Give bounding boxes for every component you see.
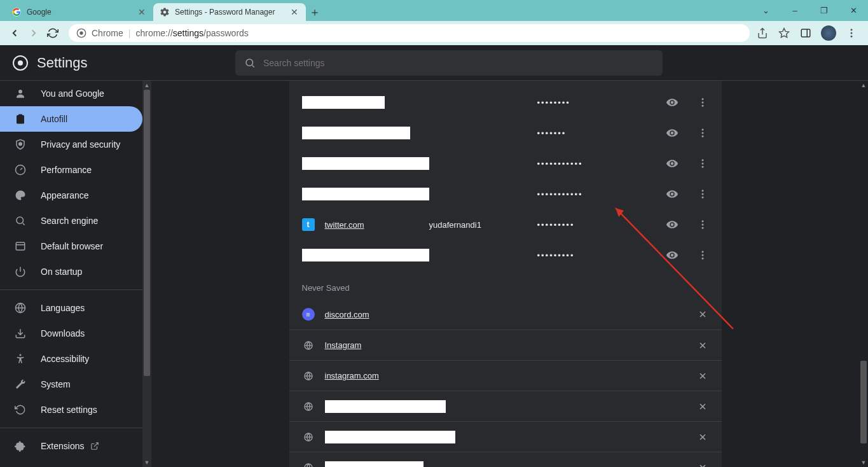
close-tab-icon[interactable]: ✕ (137, 7, 147, 17)
sidebar-item-on-startup[interactable]: On startup (0, 259, 142, 284)
svg-point-38 (701, 224, 703, 226)
search-settings-input[interactable] (263, 58, 654, 68)
remove-button[interactable] (696, 461, 709, 468)
sidebar-item-reset-settings[interactable]: Reset settings (0, 397, 142, 422)
reload-button[interactable] (43, 24, 62, 43)
tab-settings[interactable]: Settings - Password Manager ✕ (153, 3, 306, 21)
titlebar: Google ✕ Settings - Password Manager ✕ ＋… (0, 0, 868, 21)
show-password-button[interactable] (666, 127, 679, 139)
share-icon[interactable] (756, 27, 769, 39)
scroll-thumb[interactable] (860, 361, 867, 443)
sidebar-item-appearance[interactable]: Appearance (0, 183, 142, 208)
show-password-button[interactable] (666, 249, 679, 261)
svg-point-39 (701, 227, 703, 229)
scroll-down-icon[interactable]: ▼ (142, 458, 151, 467)
maximize-button[interactable]: ❐ (809, 0, 839, 21)
sidebar-item-system[interactable]: System (0, 372, 142, 397)
sidebar-item-search-engine[interactable]: Search engine (0, 208, 142, 234)
svg-point-2 (79, 31, 83, 34)
password-dots: ••••••• (537, 129, 652, 138)
svg-point-36 (701, 197, 703, 199)
svg-point-30 (701, 136, 703, 137)
scroll-thumb[interactable] (144, 90, 150, 376)
show-password-button[interactable] (666, 157, 679, 170)
sidebar-item-extensions[interactable]: Extensions (0, 433, 142, 459)
globe-icon (302, 461, 315, 468)
remove-button[interactable] (696, 400, 709, 413)
side-panel-icon[interactable] (799, 27, 812, 39)
globe-icon (302, 400, 315, 413)
search-icon (244, 57, 256, 69)
more-actions-button[interactable] (696, 218, 709, 231)
never-saved-row: instagram.com (289, 360, 722, 391)
new-tab-button[interactable]: ＋ (306, 3, 324, 21)
site-link[interactable]: instagram.com (325, 371, 379, 380)
access-icon (14, 353, 27, 365)
remove-button[interactable] (696, 370, 709, 382)
forward-button[interactable] (24, 24, 43, 43)
redacted-site (302, 127, 410, 139)
show-password-button[interactable] (666, 96, 679, 109)
remove-button[interactable] (696, 308, 709, 321)
sidebar-item-label: On startup (41, 267, 82, 277)
sidebar-scrollbar[interactable]: ▲ ▼ (142, 81, 151, 467)
menu-icon[interactable] (845, 27, 858, 39)
remove-button[interactable] (696, 431, 709, 443)
sidebar-item-autofill[interactable]: Autofill (0, 106, 142, 132)
browser-icon (14, 240, 27, 252)
svg-point-42 (701, 258, 703, 260)
remove-button[interactable] (696, 339, 709, 352)
more-actions-button[interactable] (696, 188, 709, 200)
tab-google[interactable]: Google ✕ (5, 3, 153, 21)
password-dots: ••••••••••• (537, 190, 652, 199)
site-link[interactable]: discord.com (325, 310, 369, 319)
svg-rect-4 (801, 29, 810, 37)
more-actions-button[interactable] (696, 157, 709, 170)
sidebar-item-label: Privacy and security (41, 139, 120, 150)
scroll-up-icon[interactable]: ▲ (142, 81, 151, 90)
redacted-site (325, 431, 455, 443)
puzzle-icon (14, 440, 27, 452)
sidebar-item-downloads[interactable]: Downloads (0, 321, 142, 346)
sidebar-item-privacy-and-security[interactable]: Privacy and security (0, 132, 142, 157)
scroll-down-icon[interactable]: ▼ (859, 458, 868, 467)
chevron-down-icon[interactable]: ⌄ (751, 0, 780, 21)
bookmark-icon[interactable] (778, 27, 790, 39)
svg-point-18 (17, 217, 24, 224)
minimize-button[interactable]: – (780, 0, 809, 21)
more-actions-button[interactable] (696, 96, 709, 109)
clipboard-icon (14, 113, 27, 125)
redacted-site (302, 188, 429, 200)
svg-line-19 (23, 223, 25, 225)
svg-point-10 (18, 60, 23, 66)
show-password-button[interactable] (666, 188, 679, 200)
site-link[interactable]: twitter.com (325, 220, 364, 230)
site-link[interactable]: Instagram (325, 340, 362, 350)
svg-point-32 (701, 163, 703, 165)
back-button[interactable] (5, 24, 24, 43)
scroll-up-icon[interactable]: ▲ (859, 81, 868, 90)
site-favicon: ≡ (302, 308, 315, 321)
search-settings[interactable] (235, 50, 663, 76)
sidebar-item-languages[interactable]: Languages (0, 295, 142, 321)
sidebar-item-default-browser[interactable]: Default browser (0, 234, 142, 259)
sidebar-item-accessibility[interactable]: Accessibility (0, 346, 142, 372)
more-actions-button[interactable] (696, 127, 709, 139)
profile-avatar[interactable] (821, 25, 836, 41)
tab-title: Settings - Password Manager (175, 8, 289, 17)
content-scrollbar[interactable]: ▲ ▼ (859, 81, 868, 467)
redacted-site (302, 249, 429, 261)
url-box[interactable]: Chrome | chrome://settings/passwords (69, 24, 750, 42)
site-favicon: t (302, 218, 315, 231)
password-dots: •••••••• (537, 98, 652, 108)
sidebar-item-you-and-google[interactable]: You and Google (0, 81, 142, 106)
close-window-button[interactable]: ✕ (839, 0, 868, 21)
svg-point-35 (701, 193, 703, 195)
sidebar-item-performance[interactable]: Performance (0, 157, 142, 183)
palette-icon (14, 190, 27, 201)
close-tab-icon[interactable]: ✕ (289, 7, 300, 17)
search-icon (14, 215, 27, 227)
content: •••••••••••••••••••••••••••••••••••••ttw… (151, 81, 868, 467)
more-actions-button[interactable] (696, 249, 709, 261)
show-password-button[interactable] (666, 218, 679, 231)
